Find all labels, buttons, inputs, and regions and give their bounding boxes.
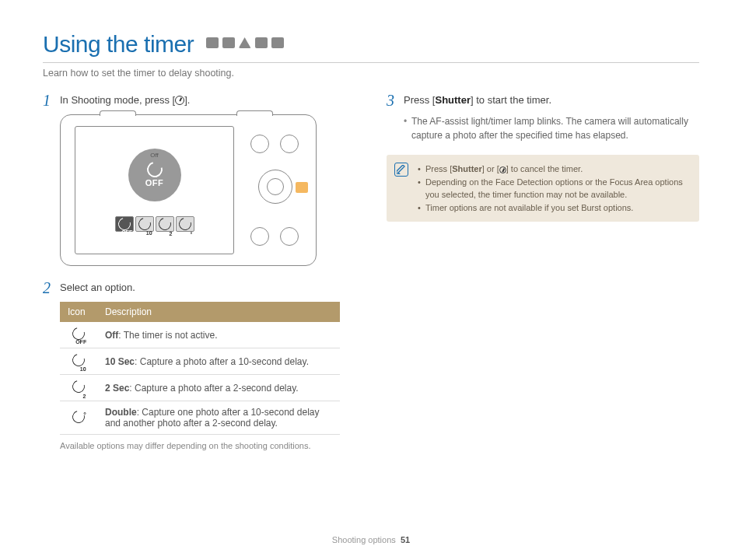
timer-arc-icon <box>144 159 165 180</box>
note-icon <box>394 163 408 177</box>
page-footer: Shooting options 51 <box>0 535 742 544</box>
divider <box>43 62 699 63</box>
timer-icon <box>499 166 506 173</box>
step-number: 3 <box>387 93 404 108</box>
step-number: 1 <box>43 93 60 108</box>
timer-double-icon: ° <box>70 408 87 425</box>
camera-dial <box>258 170 292 204</box>
page-header: Using the timer <box>43 31 699 58</box>
note-bullet: Depending on the Face Detection options … <box>418 176 690 201</box>
step-1-text: In Shooting mode, press []. <box>60 93 190 106</box>
note-box: Press [Shutter] or [] to cancel the time… <box>387 155 699 222</box>
step-3-text: Press [Shutter] to start the timer. <box>404 93 551 106</box>
opt-off-icon: OFF <box>115 216 134 232</box>
opt-10-icon: 10 <box>135 216 154 232</box>
footer-page-number: 51 <box>401 535 410 544</box>
options-table: Icon Description OFF Off: The timer is n… <box>60 302 340 435</box>
right-column: 3 Press [Shutter] to start the timer. Th… <box>387 93 699 450</box>
timer-off-icon: OFF <box>70 325 87 342</box>
table-row: 2 2 Sec: Capture a photo after a 2-secon… <box>60 375 340 401</box>
table-row: ° Double: Capture one photo after a 10-s… <box>60 401 340 435</box>
footer-section: Shooting options <box>332 535 396 544</box>
timer-option-row: OFF 10 2 ° <box>115 216 194 232</box>
mode-icon-movie <box>271 37 284 48</box>
opt-double-icon: ° <box>176 216 194 232</box>
timer-2-icon: 2 <box>70 378 87 395</box>
opt-2-icon: 2 <box>156 216 174 232</box>
step-2: 2 Select an option. <box>43 280 355 296</box>
page-title: Using the timer <box>43 31 194 58</box>
off-label-big: OFF <box>145 178 164 187</box>
mode-icon-dual <box>255 37 268 48</box>
step-1: 1 In Shooting mode, press []. <box>43 93 355 108</box>
col-desc: Description <box>97 302 340 322</box>
off-caption-small: Off <box>150 152 159 159</box>
mode-icon-program <box>222 37 235 48</box>
bullet: The AF-assist light/timer lamp blinks. T… <box>404 114 699 142</box>
step-3: 3 Press [Shutter] to start the timer. <box>387 93 699 108</box>
mode-icons-group <box>206 37 284 48</box>
table-row: OFF Off: The timer is not active. <box>60 322 340 348</box>
col-icon: Icon <box>60 302 97 322</box>
step-3-bullets: The AF-assist light/timer lamp blinks. T… <box>404 114 699 142</box>
mode-icon-smart <box>206 37 219 48</box>
intro-text: Learn how to set the timer to delay shoo… <box>43 68 699 79</box>
camera-screen: Off OFF OFF 10 2 ° <box>75 126 234 254</box>
step-number: 2 <box>43 280 60 296</box>
camera-button <box>280 135 299 153</box>
camera-button <box>250 135 269 153</box>
timer-10-icon: 10 <box>70 352 87 369</box>
left-column: 1 In Shooting mode, press []. Off OFF OF… <box>43 93 355 450</box>
camera-button <box>280 227 299 246</box>
camera-button <box>250 227 269 246</box>
camera-illustration: Off OFF OFF 10 2 ° <box>60 114 317 266</box>
table-row: 10 10 Sec: Capture a photo after a 10-se… <box>60 348 340 375</box>
timer-dial-graphic: Off OFF <box>128 149 181 201</box>
note-bullet: Timer options are not available if you s… <box>418 201 690 215</box>
mode-icon-scene <box>239 37 251 48</box>
table-caption: Available options may differ depending o… <box>60 441 355 450</box>
step-2-text: Select an option. <box>60 280 135 293</box>
timer-icon <box>175 96 184 105</box>
note-bullet: Press [Shutter] or [] to cancel the time… <box>418 163 690 176</box>
camera-dial-highlight <box>296 182 308 193</box>
